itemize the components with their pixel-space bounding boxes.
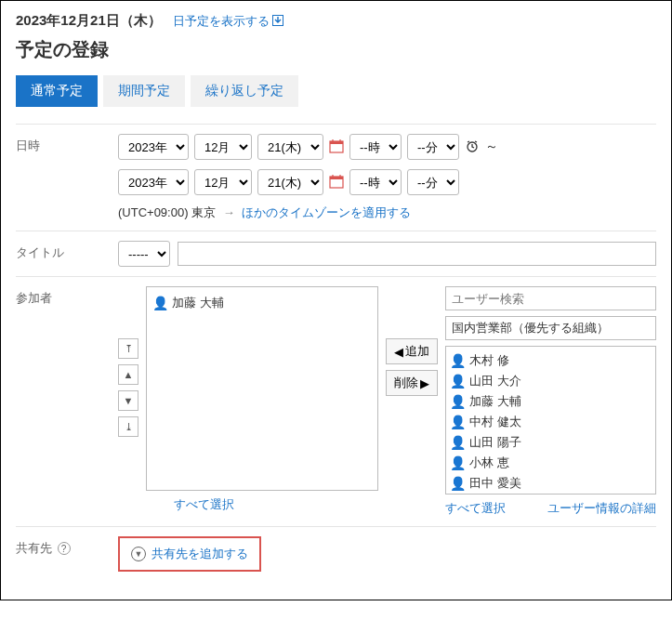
download-icon[interactable] <box>272 15 283 29</box>
move-down-button[interactable]: ▼ <box>118 390 138 411</box>
user-name: 加藤 大輔 <box>172 295 224 311</box>
help-icon[interactable]: ? <box>58 542 71 555</box>
list-item[interactable]: 👤加藤 大輔 <box>450 391 652 412</box>
timezone-text: (UTC+09:00) 東京 <box>118 205 216 219</box>
start-year-select[interactable]: 2023年 <box>118 134 189 160</box>
end-month-select[interactable]: 12月 <box>194 169 252 195</box>
user-icon: 👤 <box>450 415 466 429</box>
list-item[interactable]: 👤 加藤 大輔 <box>152 293 372 313</box>
remove-participant-button[interactable]: 削除▶ <box>386 370 438 396</box>
add-participant-button[interactable]: ◀追加 <box>386 338 438 364</box>
chevron-right-icon: ▶ <box>420 376 429 390</box>
label-datetime: 日時 <box>16 134 118 154</box>
start-month-select[interactable]: 12月 <box>194 134 252 160</box>
schedule-type-tabs: 通常予定 期間予定 繰り返し予定 <box>16 75 656 107</box>
move-up-button[interactable]: ▲ <box>118 364 138 385</box>
title-input[interactable] <box>178 242 656 266</box>
list-item[interactable]: 👤田中 愛美 <box>450 473 652 494</box>
user-icon: 👤 <box>450 374 466 389</box>
select-all-right-link[interactable]: すべて選択 <box>445 500 506 517</box>
list-item[interactable]: 👤小林 恵 <box>450 453 652 473</box>
user-search-input[interactable] <box>445 286 656 310</box>
page-title: 予定の登録 <box>16 37 656 62</box>
user-icon: 👤 <box>152 296 168 310</box>
show-day-schedule-link[interactable]: 日予定を表示する <box>173 14 270 28</box>
user-icon: 👤 <box>450 476 466 491</box>
start-hour-select[interactable]: --時 <box>349 134 402 160</box>
clock-icon[interactable] <box>465 138 480 156</box>
start-minute-select[interactable]: --分 <box>407 134 459 160</box>
range-tilde: ～ <box>485 138 498 155</box>
move-top-button[interactable]: ⤒ <box>118 338 138 359</box>
label-share: 共有先 ? <box>16 536 118 557</box>
end-day-select[interactable]: 21(木) <box>257 169 323 195</box>
arrow-right-icon: → <box>223 205 235 219</box>
chevron-left-icon: ◀ <box>394 345 403 359</box>
move-bottom-button[interactable]: ⤓ <box>118 416 138 437</box>
organization-select[interactable]: 国内営業部（優先する組織） <box>445 316 656 340</box>
select-all-left-link[interactable]: すべて選択 <box>174 497 234 511</box>
user-icon: 👤 <box>450 455 466 470</box>
selected-participants-box[interactable]: 👤 加藤 大輔 <box>146 286 378 491</box>
user-icon: 👤 <box>450 353 466 368</box>
list-item[interactable]: 👤山田 大介 <box>450 371 652 391</box>
end-year-select[interactable]: 2023年 <box>118 169 189 195</box>
candidate-users-box[interactable]: 👤木村 修 👤山田 大介 👤加藤 大輔 👤中村 健太 👤山田 陽子 👤小林 恵 … <box>445 346 656 495</box>
user-detail-link[interactable]: ユーザー情報の詳細 <box>547 500 656 517</box>
tab-repeat[interactable]: 繰り返し予定 <box>191 75 298 107</box>
list-item[interactable]: 👤中村 健太 <box>450 412 652 432</box>
add-share-target-button[interactable]: ▼ 共有先を追加する <box>118 536 261 572</box>
tab-period[interactable]: 期間予定 <box>103 75 185 107</box>
tab-normal[interactable]: 通常予定 <box>16 75 98 107</box>
apply-timezone-link[interactable]: ほかのタイムゾーンを適用する <box>242 205 411 219</box>
list-item[interactable]: 👤山田 陽子 <box>450 432 652 453</box>
end-minute-select[interactable]: --分 <box>407 169 459 195</box>
user-icon: 👤 <box>450 435 466 450</box>
label-title: タイトル <box>16 241 118 261</box>
title-category-select[interactable]: ----- <box>118 241 170 267</box>
list-item[interactable]: 👤木村 修 <box>450 350 652 371</box>
label-participants: 参加者 <box>16 286 118 307</box>
calendar-icon[interactable] <box>329 174 344 191</box>
svg-rect-7 <box>330 177 343 179</box>
current-date: 2023年12月21日（木） <box>16 12 162 30</box>
user-icon: 👤 <box>450 394 466 409</box>
calendar-icon[interactable] <box>329 138 344 156</box>
end-hour-select[interactable]: --時 <box>349 169 402 195</box>
add-share-link[interactable]: 共有先を追加する <box>152 546 248 562</box>
start-day-select[interactable]: 21(木) <box>257 134 323 160</box>
expand-down-icon: ▼ <box>131 547 146 561</box>
svg-rect-2 <box>330 141 343 144</box>
